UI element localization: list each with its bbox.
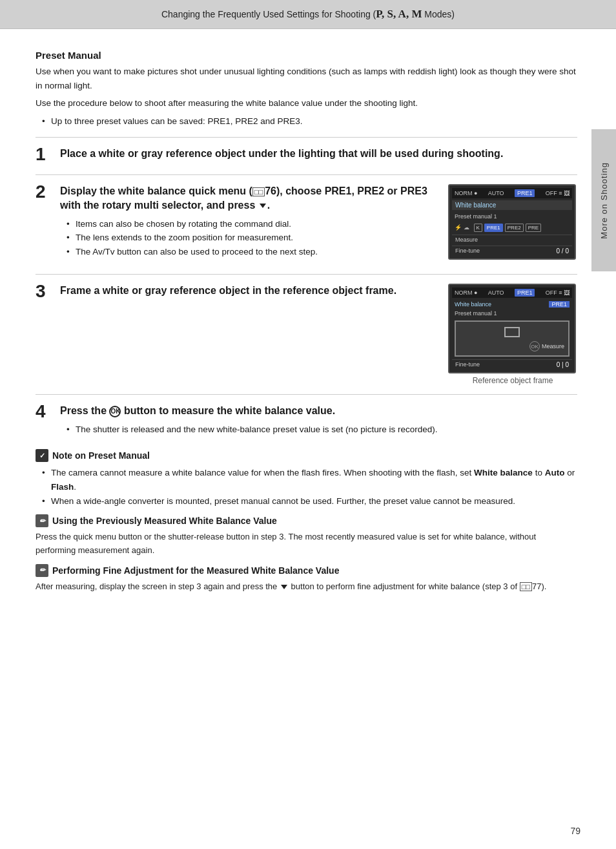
cam1-finetune-val: 0 / 0 xyxy=(557,247,569,255)
step-4-bullet1: The shutter is released and the new whit… xyxy=(67,423,577,437)
preset-manual-intro1: Use when you want to make pictures shot … xyxy=(36,65,577,92)
pencil-icon-2: ✏ xyxy=(36,564,48,577)
ok-circle-icon: OK xyxy=(109,406,121,417)
cam1-top-bar: NORM ● AUTO PRE1 OFF ≡ 🖼 xyxy=(452,188,572,198)
note-preset-bullet2: When a wide-angle converter is mounted, … xyxy=(42,494,577,508)
cam1-norm: NORM ● xyxy=(455,190,477,196)
triangle-down-icon xyxy=(260,204,266,208)
tip-fine-header: ✏ Performing Fine Adjustment for the Mea… xyxy=(36,564,577,577)
cam1-pre1-btn: PRE1 xyxy=(484,224,503,232)
preset-manual-bullets: Up to three preset values can be saved: … xyxy=(42,114,577,129)
step-1-number: 1 xyxy=(36,145,60,163)
note-preset-box: ✓ Note on Preset Manual The camera canno… xyxy=(36,449,577,508)
cam2-top-bar: NORM ● AUTO PRE1 OFF ≡ 🖼 xyxy=(452,288,572,298)
cam1-icons: ⚡ ☁ xyxy=(455,224,469,231)
step-3-row: 3 Frame a white or gray reference object… xyxy=(36,284,577,385)
note-preset-bullets: The camera cannot measure a white balanc… xyxy=(42,466,577,508)
step-1-title: Place a white or gray reference object u… xyxy=(60,147,577,161)
step-2-bullet2: The lens extends to the zoom position fo… xyxy=(67,231,438,245)
cam2-auto: AUTO xyxy=(488,289,504,296)
cam2-pre1: PRE1 xyxy=(515,289,535,297)
step-2-bullet1: Items can also be chosen by rotating the… xyxy=(67,217,438,231)
cam1-k: K xyxy=(474,224,482,232)
tip-using-box: ✏ Using the Previously Measured White Ba… xyxy=(36,514,577,558)
cam1-pre1: PRE1 xyxy=(515,189,535,197)
divider-3 xyxy=(36,274,577,275)
note-preset-header: ✓ Note on Preset Manual xyxy=(36,449,577,462)
header-text2: Modes) xyxy=(422,9,455,19)
pencil-icon-1: ✏ xyxy=(36,514,48,527)
reference-caption: Reference object frame xyxy=(448,376,577,385)
cam2-measure-row: OK Measure xyxy=(458,340,566,353)
cam2-inner-frame: OK Measure xyxy=(455,320,570,357)
step-4-title: Press the OK button to measure the white… xyxy=(60,404,577,418)
divider-4 xyxy=(36,394,577,395)
preset-manual-bullet1: Up to three preset values can be saved: … xyxy=(42,114,577,129)
step-2-row: 2 Display the white balance quick menu (… xyxy=(36,184,577,266)
camera-screen-1: NORM ● AUTO PRE1 OFF ≡ 🖼 White balance P… xyxy=(448,184,576,260)
checkmark-icon: ✓ xyxy=(36,449,48,462)
note-preset-title: Note on Preset Manual xyxy=(52,450,150,461)
step-2-bullet3: The Av/Tv button can also be used to pro… xyxy=(67,245,438,259)
step-2-content: Display the white balance quick menu (□□… xyxy=(60,184,577,266)
step-3-number: 3 xyxy=(36,282,60,300)
step-2-title: Display the white balance quick menu (□□… xyxy=(60,184,438,213)
page: Changing the Frequently Used Settings fo… xyxy=(0,0,616,849)
cam1-finetune-row: Fine-tune 0 / 0 xyxy=(452,246,572,256)
step-2-bullets: Items can also be chosen by rotating the… xyxy=(67,217,438,259)
cam1-pre-btn: PRE xyxy=(526,224,541,232)
step-3-image-col: NORM ● AUTO PRE1 OFF ≡ 🖼 White balance P… xyxy=(448,284,577,385)
tip-using-header: ✏ Using the Previously Measured White Ba… xyxy=(36,514,577,527)
triangle-down-icon-2 xyxy=(281,585,287,589)
cam1-finetune: Fine-tune xyxy=(455,247,480,255)
step-4-bullets: The shutter is released and the new whit… xyxy=(67,423,577,437)
step-4-row: 4 Press the OK button to measure the whi… xyxy=(36,404,577,443)
cam2-finetune-row: Fine-tune 0 | 0 xyxy=(452,359,572,370)
step-3-with-image: Frame a white or gray reference object i… xyxy=(60,284,577,385)
cam1-auto: AUTO xyxy=(488,190,504,196)
preset-manual-title: Preset Manual xyxy=(36,50,577,61)
divider-1 xyxy=(36,137,577,138)
bold-wb: White balance xyxy=(474,468,533,477)
step-1-row: 1 Place a white or gray reference object… xyxy=(36,147,577,165)
step-3-content: Frame a white or gray reference object i… xyxy=(60,284,577,385)
tip-fine-box: ✏ Performing Fine Adjustment for the Mea… xyxy=(36,564,577,594)
cam2-finetune-val: 0 | 0 xyxy=(557,361,569,368)
step-4-number: 4 xyxy=(36,403,60,421)
cam2-pre-label: PRE1 xyxy=(549,301,570,308)
ok-icon: OK xyxy=(529,341,540,351)
step-3-title: Frame a white or gray reference object i… xyxy=(60,284,438,298)
divider-2 xyxy=(36,174,577,175)
cam1-preset-row: ⚡ ☁ K PRE1 PRE2 PRE xyxy=(452,222,572,233)
tip-fine-body: After measuring, display the screen in s… xyxy=(36,580,577,594)
main-content: Preset Manual Use when you want to make … xyxy=(0,29,616,619)
preset-manual-intro2: Use the procedure below to shoot after m… xyxy=(36,96,577,110)
cam2-norm: NORM ● xyxy=(455,289,477,296)
step-4-content: Press the OK button to measure the white… xyxy=(60,404,577,443)
step-3-text-col: Frame a white or gray reference object i… xyxy=(60,284,438,302)
cam1-off: OFF ≡ 🖼 xyxy=(546,190,570,196)
preset-manual-section: Preset Manual Use when you want to make … xyxy=(36,50,577,128)
cam1-menu-title: White balance xyxy=(452,200,572,210)
cam2-preset-label: Preset manual 1 xyxy=(452,309,572,318)
tip-using-body: Press the quick menu button or the shutt… xyxy=(36,530,577,558)
step-1-content: Place a white or gray reference object u… xyxy=(60,147,577,165)
header-text: Changing the Frequently Used Settings fo… xyxy=(161,9,376,19)
cam1-pre2-btn: PRE2 xyxy=(505,224,524,232)
bold-auto: Auto xyxy=(545,468,565,477)
cam1-bottom: Measure xyxy=(452,235,572,244)
step-2-image: NORM ● AUTO PRE1 OFF ≡ 🖼 White balance P… xyxy=(448,184,577,262)
cam1-measure: Measure xyxy=(455,236,478,243)
cam2-wb-label: White balance xyxy=(455,301,491,308)
cam2-off: OFF ≡ 🖼 xyxy=(546,289,570,296)
note-preset-bullet1: The camera cannot measure a white balanc… xyxy=(42,466,577,494)
cam2-measure-label: Measure xyxy=(542,343,564,350)
step-2-text-col: Display the white balance quick menu (□□… xyxy=(60,184,438,266)
cam2-wb-row: White balance PRE1 xyxy=(452,300,572,309)
cam1-preset-label: Preset manual 1 xyxy=(452,212,572,221)
page-header: Changing the Frequently Used Settings fo… xyxy=(0,0,616,29)
tip-using-title: Using the Previously Measured White Bala… xyxy=(52,516,277,526)
camera-screen-2: NORM ● AUTO PRE1 OFF ≡ 🖼 White balance P… xyxy=(448,284,576,373)
header-modes: P, S, A, M xyxy=(376,8,422,20)
tip-fine-title: Performing Fine Adjustment for the Measu… xyxy=(52,565,339,576)
